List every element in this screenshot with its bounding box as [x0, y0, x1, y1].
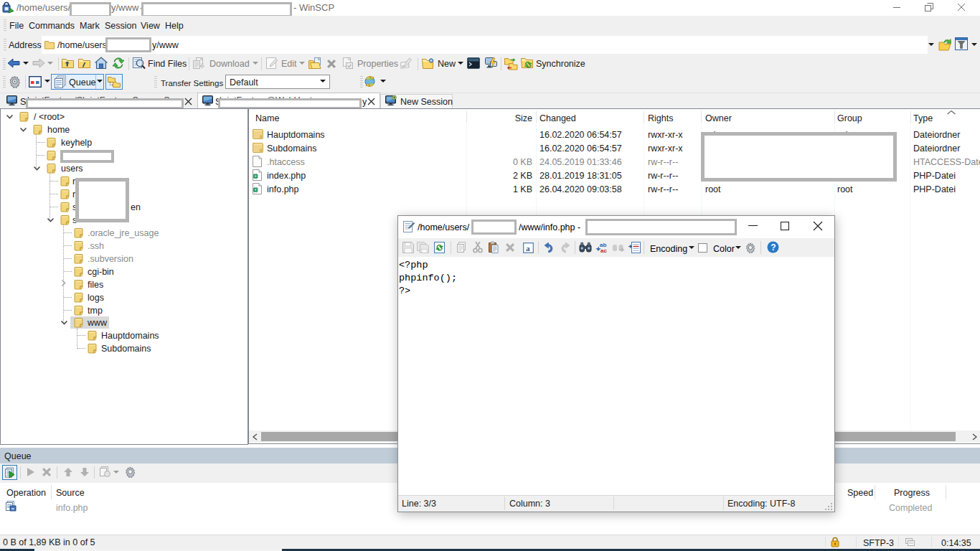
svg-text:a: a: [526, 244, 530, 253]
svg-text:x: x: [402, 64, 404, 68]
svg-text:?: ?: [771, 242, 776, 253]
svg-text:ac: ac: [600, 248, 607, 254]
